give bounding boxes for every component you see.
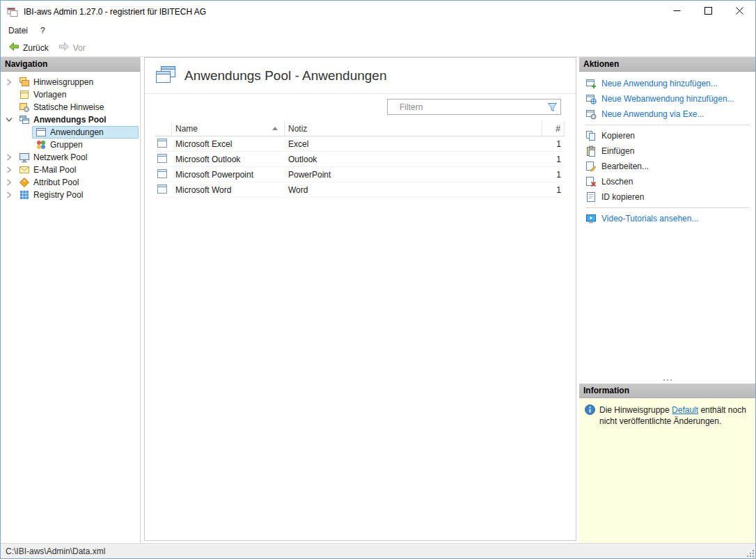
sidebar-item-label: Registry Pool bbox=[33, 190, 83, 200]
video-tutorials-icon bbox=[585, 213, 597, 224]
app-icon bbox=[7, 6, 18, 17]
back-button[interactable]: Zurück bbox=[3, 40, 54, 56]
cell-count: 1 bbox=[542, 139, 565, 149]
filter-row bbox=[145, 94, 576, 118]
filter-input[interactable] bbox=[388, 102, 544, 112]
sidebar-item-statische-hinweise[interactable]: Statische Hinweise bbox=[1, 101, 140, 113]
cell-name: Microsoft Powerpoint bbox=[172, 170, 285, 180]
maximize-icon bbox=[704, 7, 712, 17]
content-panel: Anwendungs Pool - Anwendungen Name Notiz… bbox=[144, 57, 576, 541]
sidebar-item-hinweisgruppen[interactable]: Hinweisgruppen bbox=[1, 76, 140, 88]
information-body: Die Hinweisgruppe Default enthält noch n… bbox=[579, 398, 755, 543]
column-label: Name bbox=[175, 124, 198, 134]
menu-datei[interactable]: Datei bbox=[2, 22, 34, 39]
copy-icon bbox=[585, 130, 597, 141]
email-pool-icon bbox=[19, 164, 30, 175]
action-new-webapplication[interactable]: Neue Webanwendung hinzufügen... bbox=[584, 91, 752, 107]
cell-notiz: Outlook bbox=[285, 155, 542, 164]
sidebar-item-label: Gruppen bbox=[50, 140, 83, 150]
sidebar-item-label: Anwendungs Pool bbox=[33, 115, 107, 125]
column-header-notiz[interactable]: Notiz bbox=[285, 121, 542, 136]
sidebar-item-anwendungs-pool[interactable]: Anwendungs Pool bbox=[1, 113, 140, 126]
resize-grip-icon[interactable] bbox=[746, 549, 755, 558]
cell-notiz: PowerPoint bbox=[285, 170, 542, 180]
action-edit[interactable]: Bearbeiten... bbox=[584, 159, 752, 174]
default-group-link[interactable]: Default bbox=[672, 405, 698, 415]
chevron-down-icon[interactable] bbox=[3, 117, 15, 123]
action-new-application[interactable]: Neue Anwendung hinzufügen... bbox=[584, 76, 752, 91]
chevron-right-icon[interactable] bbox=[3, 154, 15, 161]
applications-table: Name Notiz # Microsoft Excel Excel 1 Mic… bbox=[155, 121, 565, 198]
cell-count: 1 bbox=[542, 170, 565, 180]
information-header: Information bbox=[579, 384, 755, 398]
action-video-tutorials[interactable]: Video-Tutorials ansehen... bbox=[584, 211, 752, 226]
cell-notiz: Excel bbox=[285, 139, 542, 149]
hinweisgruppen-icon bbox=[19, 77, 30, 88]
registry-pool-icon bbox=[19, 189, 30, 200]
navigation-panel: Navigation Hinweisgruppen Vorlagen Stati… bbox=[1, 57, 141, 543]
statusbar: C:\IBI-aws\Admin\Data.xml bbox=[1, 543, 755, 558]
titlebar[interactable]: IBI-aws Admin 1.27.0 - registriert für I… bbox=[1, 1, 755, 22]
table-header-row: Name Notiz # bbox=[155, 121, 565, 136]
column-label: # bbox=[556, 124, 560, 134]
sidebar-item-anwendungen[interactable]: Anwendungen bbox=[1, 126, 140, 139]
copy-id-icon bbox=[585, 191, 597, 203]
right-panel: Aktionen Neue Anwendung hinzufügen... Ne… bbox=[579, 57, 755, 543]
chevron-right-icon[interactable] bbox=[3, 166, 15, 173]
content-header: Anwendungs Pool - Anwendungen bbox=[145, 58, 576, 94]
table-row[interactable]: Microsoft Excel Excel 1 bbox=[155, 136, 565, 152]
action-copy[interactable]: Kopieren bbox=[584, 128, 752, 143]
actions-separator bbox=[585, 125, 749, 125]
forward-button[interactable]: Vor bbox=[54, 40, 90, 56]
application-icon bbox=[157, 184, 167, 196]
column-header-name[interactable]: Name bbox=[172, 121, 285, 136]
delete-icon bbox=[585, 176, 597, 187]
splitter-dots-icon bbox=[663, 379, 672, 381]
chevron-right-icon[interactable] bbox=[3, 79, 15, 86]
sidebar-item-gruppen[interactable]: Gruppen bbox=[1, 139, 140, 151]
action-label: Bearbeiten... bbox=[601, 162, 649, 171]
maximize-button[interactable] bbox=[693, 1, 724, 22]
sidebar-item-label: E-Mail Pool bbox=[33, 165, 76, 175]
sidebar-item-netzwerk-pool[interactable]: Netzwerk Pool bbox=[1, 151, 140, 164]
cell-count: 1 bbox=[542, 155, 565, 164]
chevron-right-icon[interactable] bbox=[3, 191, 15, 198]
page-title: Anwendungs Pool - Anwendungen bbox=[184, 68, 387, 84]
table-row[interactable]: Microsoft Powerpoint PowerPoint 1 bbox=[155, 167, 565, 182]
edit-icon bbox=[585, 161, 597, 172]
sidebar-item-email-pool[interactable]: E-Mail Pool bbox=[1, 164, 140, 176]
app-window: IBI-aws Admin 1.27.0 - registriert für I… bbox=[0, 0, 756, 559]
action-new-application-via-exe[interactable]: Neue Anwendung via Exe... bbox=[584, 107, 752, 122]
column-header-count[interactable]: # bbox=[542, 121, 565, 136]
sidebar-item-label: Statische Hinweise bbox=[33, 102, 104, 112]
sort-ascending-icon bbox=[272, 127, 278, 130]
back-icon bbox=[8, 41, 19, 54]
table-row[interactable]: Microsoft Outlook Outlook 1 bbox=[155, 152, 565, 167]
action-delete[interactable]: Löschen bbox=[584, 174, 752, 189]
action-paste[interactable]: Einfügen bbox=[584, 143, 752, 159]
content-empty-area bbox=[145, 198, 576, 540]
filter-box bbox=[387, 99, 561, 115]
action-label: Neue Anwendung via Exe... bbox=[601, 109, 704, 119]
sidebar-item-attribut-pool[interactable]: Attribut Pool bbox=[1, 176, 140, 189]
chevron-right-icon[interactable] bbox=[3, 179, 15, 186]
statische-hinweise-icon bbox=[19, 102, 30, 113]
sidebar-item-label: Hinweisgruppen bbox=[33, 77, 93, 87]
sidebar-item-label: Anwendungen bbox=[50, 127, 104, 137]
statusbar-path: C:\IBI-aws\Admin\Data.xml bbox=[6, 546, 105, 556]
sidebar-item-vorlagen[interactable]: Vorlagen bbox=[1, 88, 140, 101]
sidebar-item-registry-pool[interactable]: Registry Pool bbox=[1, 189, 140, 201]
filter-icon[interactable] bbox=[544, 102, 560, 112]
cell-name: Microsoft Word bbox=[172, 185, 285, 195]
close-button[interactable] bbox=[724, 1, 755, 22]
add-webapplication-icon bbox=[585, 93, 597, 104]
add-application-exe-icon bbox=[585, 109, 597, 120]
panel-splitter-handle[interactable] bbox=[579, 376, 755, 384]
forward-label: Vor bbox=[73, 43, 86, 53]
menu-help[interactable]: ? bbox=[34, 22, 52, 39]
column-header-icon bbox=[155, 121, 172, 136]
action-copy-id[interactable]: ID kopieren bbox=[584, 189, 752, 205]
table-row[interactable]: Microsoft Word Word 1 bbox=[155, 182, 565, 198]
minimize-button[interactable] bbox=[661, 1, 693, 22]
anwendungs-pool-icon bbox=[19, 114, 30, 125]
